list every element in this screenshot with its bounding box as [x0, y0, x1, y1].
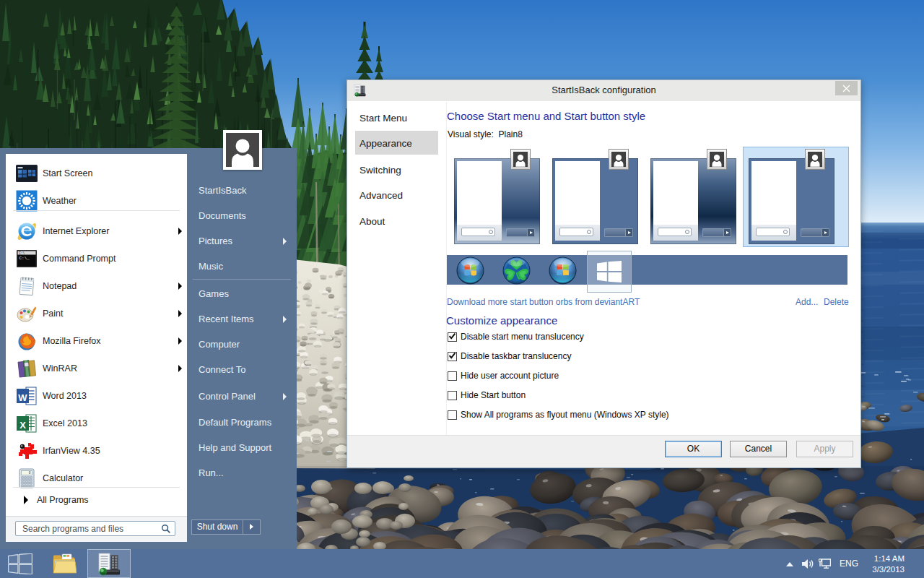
svg-text:C:\_: C:\_ — [19, 256, 30, 261]
svg-text:X: X — [19, 420, 26, 431]
svg-text:C:\: C:\ — [19, 251, 25, 255]
svg-text:0: 0 — [29, 471, 31, 475]
svg-text:W: W — [18, 392, 27, 403]
